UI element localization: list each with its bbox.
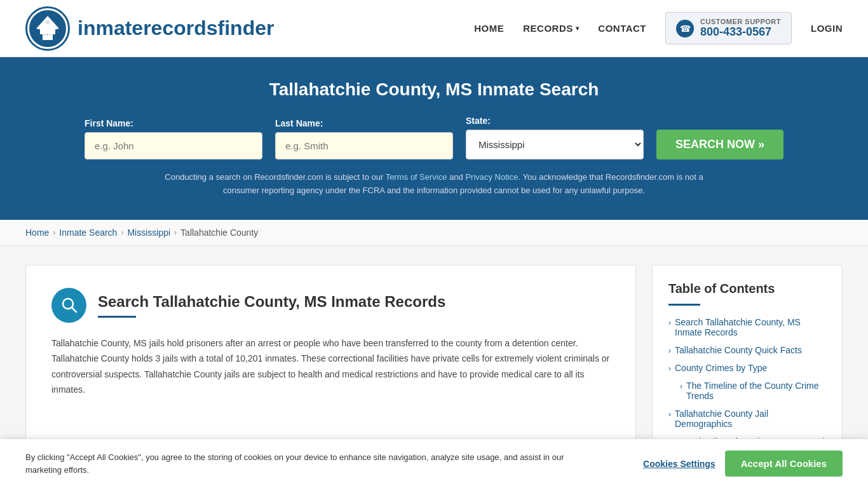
last-name-input[interactable] <box>275 132 453 159</box>
support-text: CUSTOMER SUPPORT 800-433-0567 <box>700 18 781 39</box>
customer-support: ☎ CUSTOMER SUPPORT 800-433-0567 <box>665 12 792 44</box>
state-select[interactable]: Mississippi Alabama Alaska <box>466 130 644 159</box>
svg-rect-12 <box>45 34 47 40</box>
phone-icon: ☎ <box>676 20 694 37</box>
breadcrumb-sep-1: › <box>53 228 55 237</box>
cookie-text: By clicking "Accept All Cookies", you ag… <box>25 451 566 476</box>
search-form: First Name: Last Name: State: Mississipp… <box>85 116 783 159</box>
hero-section: Tallahatchie County, MS Inmate Search Fi… <box>0 57 868 220</box>
toc-item-2: › County Crimes by Type <box>668 363 826 373</box>
last-name-label: Last Name: <box>275 118 453 128</box>
site-header: inmaterecordsfinder HOME RECORDS ▾ CONTA… <box>0 0 868 57</box>
toc-item-3: › The Timeline of the County Crime Trend… <box>668 381 826 401</box>
toc-link-4[interactable]: › Tallahatchie County Jail Demographics <box>668 409 826 429</box>
toc-item-0: › Search Tallahatchie County, MS Inmate … <box>668 317 826 337</box>
tos-link[interactable]: Terms of Service <box>386 172 447 182</box>
cookie-accept-button[interactable]: Accept All Cookies <box>725 451 843 477</box>
breadcrumb-inmate-search[interactable]: Inmate Search <box>59 227 117 238</box>
main-nav: HOME RECORDS ▾ CONTACT ☎ CUSTOMER SUPPOR… <box>474 12 843 44</box>
hero-title: Tallahatchie County, MS Inmate Search <box>25 79 843 100</box>
svg-rect-11 <box>43 34 44 40</box>
content-title: Search Tallahatchie County, MS Inmate Re… <box>98 293 445 311</box>
toc-link-0[interactable]: › Search Tallahatchie County, MS Inmate … <box>668 317 826 337</box>
toc-link-3[interactable]: › The Timeline of the County Crime Trend… <box>680 381 826 401</box>
logo-icon[interactable] <box>25 6 70 51</box>
nav-records[interactable]: RECORDS ▾ <box>523 23 579 34</box>
toc-link-2[interactable]: › County Crimes by Type <box>668 363 826 373</box>
last-name-group: Last Name: <box>275 118 453 159</box>
first-name-group: First Name: <box>85 118 262 159</box>
svg-line-16 <box>72 308 76 312</box>
privacy-link[interactable]: Privacy Notice <box>465 172 518 182</box>
cookie-actions: Cookies Settings Accept All Cookies <box>643 451 843 477</box>
breadcrumb-home[interactable]: Home <box>25 227 49 238</box>
toc-chevron-1: › <box>668 346 671 355</box>
nav-home[interactable]: HOME <box>474 23 504 34</box>
breadcrumb-current: Tallahatchie County <box>180 227 258 238</box>
content-title-underline <box>98 316 136 318</box>
toc-item-4: › Tallahatchie County Jail Demographics <box>668 409 826 429</box>
toc-chevron-3: › <box>680 382 682 391</box>
cookie-banner: By clicking "Accept All Cookies", you ag… <box>0 438 868 488</box>
search-button[interactable]: SEARCH NOW » <box>656 130 783 159</box>
nav-contact[interactable]: CONTACT <box>598 23 646 34</box>
svg-rect-10 <box>40 27 55 34</box>
content-title-area: Search Tallahatchie County, MS Inmate Re… <box>98 293 445 318</box>
svg-rect-14 <box>51 34 53 40</box>
toc-link-1[interactable]: › Tallahatchie County Quick Facts <box>668 345 826 355</box>
toc-list: › Search Tallahatchie County, MS Inmate … <box>668 317 826 457</box>
breadcrumb-sep-2: › <box>121 228 123 237</box>
logo-text[interactable]: inmaterecordsfinder <box>78 17 274 40</box>
breadcrumb-mississippi[interactable]: Mississippi <box>127 227 170 238</box>
first-name-label: First Name: <box>85 118 262 128</box>
svg-rect-13 <box>48 34 50 40</box>
logo-area: inmaterecordsfinder <box>25 6 274 51</box>
nav-login[interactable]: LOGIN <box>811 23 843 34</box>
toc-chevron-0: › <box>668 318 671 327</box>
toc-divider <box>668 304 700 306</box>
toc-item-1: › Tallahatchie County Quick Facts <box>668 345 826 355</box>
state-label: State: <box>466 116 644 126</box>
search-circle-icon <box>51 288 86 323</box>
state-group: State: Mississippi Alabama Alaska <box>466 116 644 159</box>
breadcrumb-sep-3: › <box>174 228 177 237</box>
content-header: Search Tallahatchie County, MS Inmate Re… <box>51 288 610 323</box>
breadcrumb: Home › Inmate Search › Mississippi › Tal… <box>0 220 868 246</box>
content-body: Tallahatchie County, MS jails hold priso… <box>51 336 610 398</box>
records-chevron-icon: ▾ <box>576 25 580 32</box>
svg-point-9 <box>43 20 53 27</box>
toc-title: Table of Contents <box>668 281 826 296</box>
toc-chevron-2: › <box>668 364 671 373</box>
toc-chevron-4: › <box>668 410 671 419</box>
cookie-settings-button[interactable]: Cookies Settings <box>643 459 715 469</box>
hero-disclaimer: Conducting a search on Recordsfinder.com… <box>148 171 720 198</box>
first-name-input[interactable] <box>85 132 262 159</box>
